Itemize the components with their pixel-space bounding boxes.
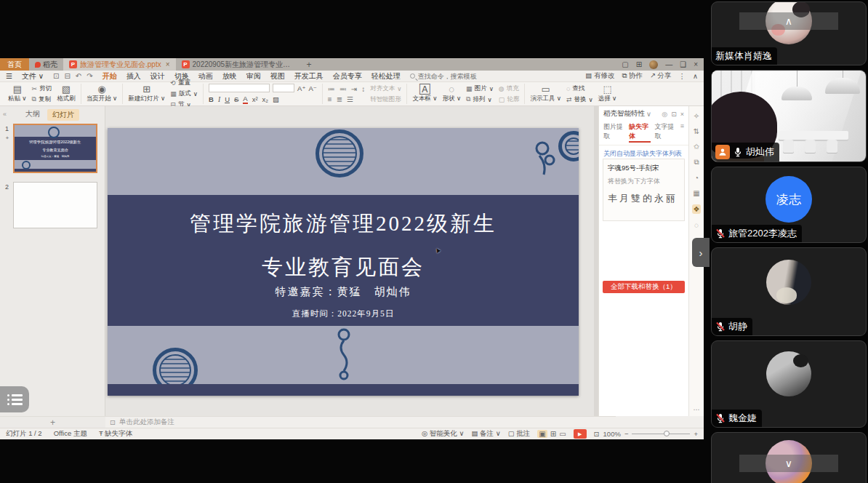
underline-button[interactable]: U — [225, 95, 230, 103]
menu-member[interactable]: 会员专享 — [333, 71, 362, 81]
participant-tile-1[interactable]: ∧ 新媒体肖婧逸 — [711, 1, 867, 65]
copy-button[interactable]: ⧉复制 — [32, 95, 52, 104]
tab-slides[interactable]: 幻灯片 — [47, 109, 79, 121]
disable-missing-font-link[interactable]: 关闭自动显示缺失字体列表 — [599, 145, 688, 159]
shape-button[interactable]: ◌形状 ∨ — [443, 84, 462, 103]
smart-graphic-button[interactable]: 转智能图形 — [370, 95, 401, 104]
arrange-button[interactable]: ⧉排列 ∨ — [466, 95, 494, 104]
panel-tab-more-icon[interactable]: ≡ — [680, 122, 684, 143]
participant-tile-3[interactable]: 凌志 旅管2202李凌志 — [711, 167, 867, 243]
panel-pin-icon[interactable]: ⊡ — [671, 111, 677, 118]
scroll-down-button[interactable]: ∨ — [739, 455, 838, 472]
zoom-out-button[interactable]: − — [624, 430, 629, 438]
slide-thumbnail-1[interactable]: 管理学院旅游管理2022级新生 专业教育见面会 特邀嘉宾：黄猛 胡灿伟 — [13, 124, 97, 173]
smart-feature-icon-active[interactable]: ❖ — [692, 204, 702, 214]
menu-file[interactable]: 文件 ∨ — [22, 71, 44, 81]
docer-assistant-icon[interactable]: ✧ — [694, 112, 699, 120]
favorite-icon[interactable]: ✩ — [694, 143, 699, 151]
participant-tile-6[interactable]: ∨ — [711, 432, 867, 483]
share-button[interactable]: ↗ 分享 — [650, 71, 672, 81]
close-window-button[interactable]: × — [694, 60, 698, 68]
doc-tab-active[interactable]: P 旅游管理专业见面会.pptx × — [63, 58, 176, 71]
fill-button[interactable]: ◍填充 — [499, 84, 520, 93]
panel-settings-icon[interactable]: ◎ — [662, 111, 667, 118]
menu-design[interactable]: 设计 — [150, 71, 165, 81]
replace-button[interactable]: ⇄替换 ∨ — [566, 95, 593, 104]
zoom-in-button[interactable]: + — [694, 430, 698, 438]
bullet-list-icon[interactable]: ≔ — [328, 85, 335, 93]
menu-home[interactable]: 开始 — [103, 71, 117, 81]
print-icon[interactable]: ⊟ — [64, 72, 70, 80]
present-tools-button[interactable]: ▭演示工具 ∨ — [530, 84, 561, 103]
reset-button[interactable]: ⟲重置 — [170, 79, 198, 87]
more-menu-icon[interactable]: ⋮ — [679, 72, 686, 80]
menu-animation[interactable]: 动画 — [198, 71, 213, 81]
bold-button[interactable]: B — [209, 95, 214, 103]
play-from-current-button[interactable]: ◉当页开始 ∨ — [87, 84, 118, 103]
layout-button[interactable]: ▦版式 ∨ — [170, 89, 198, 98]
strip-more-icon[interactable]: ⋯ — [694, 406, 700, 413]
apps-grid-icon[interactable]: ⊞ — [636, 60, 642, 68]
media-icon[interactable]: ▦ — [693, 189, 699, 197]
account-avatar[interactable] — [649, 60, 658, 69]
align-right-icon[interactable]: ☰ — [347, 95, 353, 103]
theme-name[interactable]: Office 主题 — [54, 429, 87, 439]
layout-mode-icon[interactable]: ▢ — [622, 60, 628, 68]
reading-view-icon[interactable]: ▭ — [559, 430, 566, 438]
clock-icon[interactable]: ◔ — [694, 174, 699, 182]
notes-toggle-button[interactable]: ▤ 备注 ∨ — [471, 429, 500, 439]
shrink-font-icon[interactable]: A⁻ — [308, 84, 316, 92]
fit-slide-icon[interactable]: ⊡ — [594, 430, 600, 438]
new-tab-button[interactable]: + — [300, 58, 319, 71]
normal-view-icon[interactable]: ▣ — [537, 430, 547, 438]
cut-button[interactable]: ✂剪切 — [32, 84, 52, 93]
menu-devtools[interactable]: 开发工具 — [294, 71, 324, 81]
copilot-icon[interactable]: ⧉ — [694, 158, 699, 167]
redo-icon[interactable]: ↷ — [87, 72, 92, 80]
grow-font-icon[interactable]: A⁺ — [297, 84, 305, 92]
find-button[interactable]: ◌查找 — [566, 84, 593, 93]
missing-font-card[interactable]: 字魂95号-手刻宋 将替换为下方字体 丰月雙的永丽 — [603, 159, 685, 221]
comments-toggle-button[interactable]: ▢ 批注 — [508, 429, 531, 439]
missing-font-indicator[interactable]: Ŧ 缺失字体 — [99, 429, 132, 439]
collapse-ribbon-icon[interactable]: ∧ — [693, 72, 698, 80]
zoom-level[interactable]: 100% — [603, 430, 621, 438]
hamburger-menu-icon[interactable]: ☰ — [6, 72, 12, 80]
participant-tile-4[interactable]: 胡静 — [711, 247, 867, 336]
line-spacing-icon[interactable]: ↕ — [361, 85, 365, 93]
help-icon[interactable]: ◌ — [694, 221, 699, 229]
superscript-button[interactable]: x² — [252, 95, 258, 103]
add-slide-button[interactable]: + — [0, 416, 105, 428]
font-name-input[interactable] — [209, 84, 270, 92]
strikethrough-button[interactable]: S — [234, 95, 238, 103]
outline-button[interactable]: ▢轮廓 — [499, 95, 520, 104]
doc-tab-2[interactable]: P 20220905新生旅游管理专业介绍(2) — [176, 58, 300, 71]
paste-button[interactable]: ▤粘贴 ∨ — [8, 84, 27, 103]
number-list-icon[interactable]: ≕ — [339, 85, 347, 93]
sidebar-expand-button[interactable]: › — [692, 238, 710, 267]
scroll-up-button[interactable]: ∧ — [739, 12, 838, 30]
font-color-icon[interactable]: A — [243, 95, 247, 104]
new-slide-button[interactable]: ⊞新建幻灯片 ∨ — [128, 84, 165, 103]
panel-close-icon[interactable]: × — [680, 111, 684, 118]
slide-thumbnail-2[interactable] — [13, 182, 97, 228]
menu-slideshow[interactable]: 放映 — [222, 71, 237, 81]
select-button[interactable]: ⬚选择 ∨ — [598, 84, 617, 103]
zoom-slider-knob[interactable] — [664, 431, 670, 436]
command-search[interactable] — [410, 73, 512, 80]
smart-beautify-button[interactable]: ◎ 智能美化 ∨ — [422, 429, 465, 439]
tab-outline[interactable]: 大纲 — [25, 109, 40, 121]
picture-button[interactable]: ▦图片 ∨ — [466, 84, 494, 93]
close-tab-icon[interactable]: × — [166, 60, 170, 68]
home-tab[interactable]: 首页 — [0, 58, 29, 71]
zoom-slider[interactable] — [632, 434, 690, 434]
sync-icon[interactable]: ⇅ — [694, 127, 699, 135]
slide-canvas[interactable]: 管理学院旅游管理2022级新生 专业教育见面会 特邀嘉宾：黄猛 胡灿伟 直播时间… — [105, 106, 598, 416]
download-replace-all-button[interactable]: 全部下载和替换（1） — [603, 281, 685, 293]
participant-tile-5[interactable]: 魏金婕 — [711, 340, 867, 428]
panel-tab-picture[interactable]: 图片提取 — [603, 122, 624, 143]
undo-icon[interactable]: ↶ — [76, 72, 81, 80]
panel-tab-text[interactable]: 文字提取 — [655, 122, 676, 143]
subscript-button[interactable]: x₂ — [262, 95, 268, 103]
meeting-member-list-button[interactable] — [0, 386, 29, 412]
